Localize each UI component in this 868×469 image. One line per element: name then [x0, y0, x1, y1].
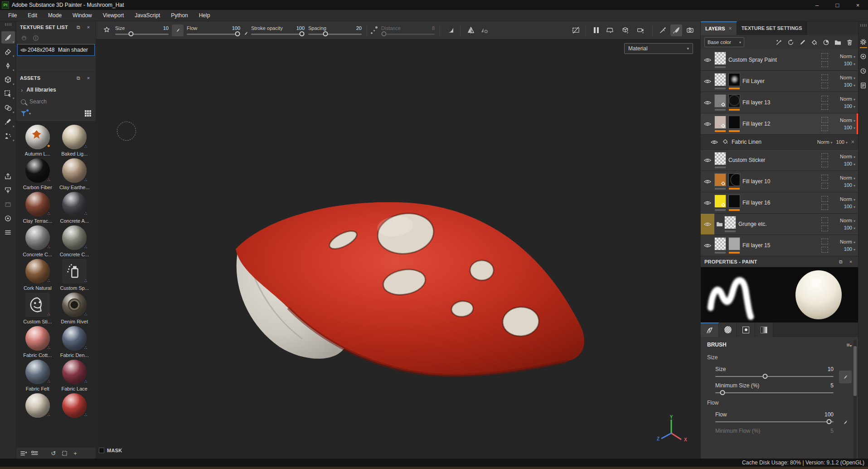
asset-item[interactable]: ∴Denim Rivet: [58, 293, 90, 326]
size-value[interactable]: 10: [163, 25, 169, 31]
layer-row[interactable]: Fill layer 13Norm▾100▾: [701, 92, 858, 113]
smart-mask-icon[interactable]: [821, 37, 831, 47]
blend-mode-dropdown[interactable]: Norm▾: [840, 96, 855, 102]
clone-tool-icon[interactable]: ▾: [1, 102, 15, 114]
layer-row[interactable]: Fill layer 12Norm▾100▾: [701, 113, 858, 135]
refresh-icon[interactable]: ↺: [49, 449, 58, 457]
particles-icon[interactable]: [657, 24, 669, 36]
asset-item[interactable]: ∴Custom Sp...: [58, 259, 90, 293]
smart-material-icon[interactable]: [774, 37, 784, 47]
brush-min-size-slider[interactable]: [715, 392, 834, 393]
effect-slot[interactable]: [821, 196, 828, 202]
library-filter-row[interactable]: › All libraries: [16, 84, 96, 96]
spacing-slider[interactable]: [308, 34, 362, 35]
menu-item-file[interactable]: File: [3, 10, 22, 21]
delete-layer-icon[interactable]: [844, 37, 854, 47]
paint-layer-icon[interactable]: [797, 37, 807, 47]
paint-mode-icon[interactable]: [670, 24, 682, 36]
asset-item[interactable]: ∴Custom Sti...: [22, 293, 53, 326]
toolbar-drag-handle[interactable]: [5, 23, 11, 26]
layer-content-thumbnail[interactable]: [714, 52, 726, 68]
gear-icon[interactable]: [859, 38, 868, 46]
opacity-dropdown[interactable]: 100▾: [844, 204, 855, 209]
opacity-dropdown[interactable]: 100▾: [844, 182, 855, 188]
layer-visibility-toggle[interactable]: [701, 92, 714, 113]
smudge-tool-icon[interactable]: ▾: [1, 88, 15, 100]
distance-mode-icon[interactable]: [370, 26, 378, 34]
dock-drag-handle[interactable]: [860, 24, 867, 27]
blend-mode-dropdown[interactable]: Norm▾: [840, 75, 855, 80]
brush-flow-pressure-button[interactable]: [839, 416, 852, 429]
projection-tool-icon[interactable]: ▾: [1, 59, 15, 72]
display-settings-icon[interactable]: [1, 212, 15, 225]
asset-item[interactable]: ●Autumn L...: [22, 125, 53, 158]
effect-slot[interactable]: [821, 125, 828, 131]
export-icon[interactable]: [1, 170, 15, 182]
effect-slot[interactable]: [821, 175, 828, 181]
asset-item[interactable]: ∴Fabric Cott...: [22, 326, 53, 360]
layer-visibility-toggle[interactable]: [701, 49, 714, 70]
asset-item[interactable]: ∴Concrete A...: [58, 192, 90, 225]
layer-sub-row[interactable]: Fabric LinenNorm▾100▾×: [701, 135, 858, 150]
layer-row[interactable]: Fill LayerNorm▾100▾: [701, 71, 858, 92]
effect-slot[interactable]: [821, 153, 828, 159]
tab-layers[interactable]: LAYERS ×: [701, 21, 737, 35]
brush-flow-value[interactable]: 100: [824, 411, 834, 418]
symmetry-settings-icon[interactable]: [478, 24, 490, 36]
effect-slot[interactable]: [821, 247, 828, 253]
preset-menu-icon[interactable]: ≡▾: [846, 342, 852, 348]
effect-slot[interactable]: [821, 217, 828, 223]
properties-scrollbar[interactable]: [853, 340, 857, 459]
effect-slot[interactable]: [821, 53, 828, 59]
layer-content-thumbnail[interactable]: [714, 152, 726, 168]
opacity-dropdown[interactable]: 100▾: [836, 139, 848, 145]
flow-slider[interactable]: [187, 34, 240, 35]
effect-slot[interactable]: [821, 161, 828, 167]
layer-content-thumbnail[interactable]: [714, 173, 726, 190]
brush-min-size-value[interactable]: 5: [830, 382, 834, 389]
layer-mask-thumbnail[interactable]: [728, 73, 740, 89]
channel-filter-dropdown[interactable]: Base color ▾: [704, 37, 744, 47]
asset-item[interactable]: ∴Carbon Fiber: [22, 158, 53, 192]
effect-slot[interactable]: [821, 117, 828, 123]
blend-mode-dropdown[interactable]: Norm▾: [817, 139, 833, 145]
maximize-button[interactable]: □: [827, 0, 848, 10]
effect-slot[interactable]: [821, 61, 828, 67]
effect-slot[interactable]: [821, 239, 828, 244]
layer-row[interactable]: Grunge etc.Norm▾100▾: [701, 214, 858, 235]
opacity-dropdown[interactable]: 100▾: [844, 161, 855, 166]
asset-item[interactable]: ∴Clay Terrac...: [22, 192, 53, 225]
material-picker-tool-icon[interactable]: ▾: [1, 116, 15, 128]
effect-slot[interactable]: [821, 204, 828, 210]
add-asset-icon[interactable]: +: [71, 449, 80, 457]
brush-flow-slider[interactable]: [715, 421, 834, 422]
camera-view-icon[interactable]: [635, 24, 646, 36]
single-channel-icon[interactable]: [33, 35, 39, 41]
eye-icon[interactable]: [20, 48, 27, 53]
layer-content-thumbnail[interactable]: [714, 237, 726, 254]
undock-icon[interactable]: ⧉: [837, 258, 844, 265]
layer-row[interactable]: Custom StickerNorm▾100▾: [701, 150, 858, 171]
layer-mask-thumbnail[interactable]: [728, 116, 740, 132]
effect-slot[interactable]: [821, 96, 828, 102]
baking-icon[interactable]: [1, 198, 15, 210]
layer-mask-thumbnail[interactable]: [728, 195, 740, 211]
opacity-dropdown[interactable]: 100▾: [844, 61, 855, 66]
asset-item[interactable]: ∴Baked Lig...: [58, 125, 90, 158]
close-tab-icon[interactable]: ×: [729, 25, 732, 32]
menu-item-viewport[interactable]: Viewport: [97, 10, 129, 21]
close-panel-icon[interactable]: ×: [847, 258, 854, 265]
tab-brush[interactable]: [701, 322, 719, 337]
opacity-dropdown[interactable]: 100▾: [844, 225, 855, 230]
pause-engine-icon[interactable]: [590, 24, 602, 36]
stroke-opacity-slider[interactable]: [251, 34, 305, 35]
tab-alpha[interactable]: [719, 322, 737, 337]
layer-visibility-toggle[interactable]: [701, 113, 714, 134]
opacity-dropdown[interactable]: 100▾: [844, 82, 855, 88]
viewport-canvas[interactable]: Material ▾ MASK Y X Z: [96, 39, 700, 459]
effect-slot[interactable]: [821, 183, 828, 189]
brush-size-pressure-button[interactable]: [839, 371, 852, 383]
close-panel-icon[interactable]: ×: [85, 74, 92, 82]
effect-slot[interactable]: [821, 225, 828, 231]
brush-size-slider[interactable]: [715, 376, 834, 377]
